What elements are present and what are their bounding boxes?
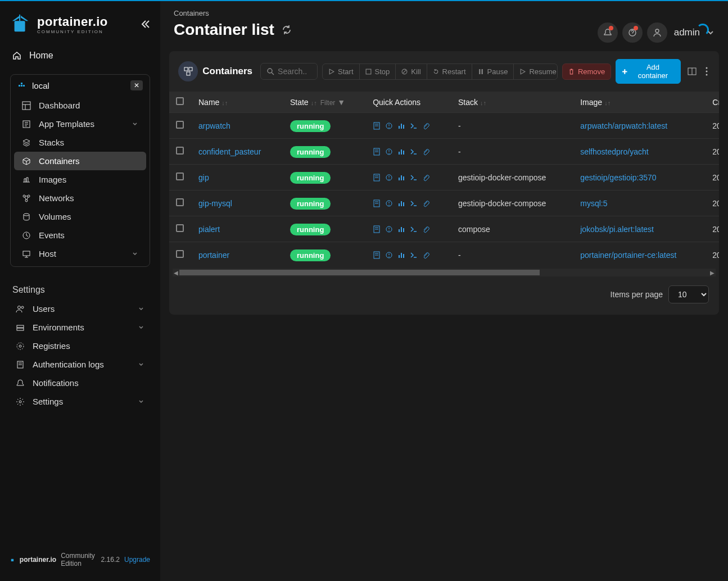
search-box[interactable]: [260, 63, 318, 80]
container-name-link[interactable]: arpwatch: [198, 121, 230, 130]
footer-edition: Community Edition: [61, 552, 96, 568]
attach-icon[interactable]: [422, 122, 430, 130]
columns-icon[interactable]: [685, 65, 699, 78]
upgrade-link[interactable]: Upgrade: [124, 556, 150, 564]
col-state[interactable]: State↓↑Filter▼: [283, 92, 366, 113]
exec-icon[interactable]: [410, 225, 418, 233]
stats-icon[interactable]: [397, 251, 405, 259]
attach-icon[interactable]: [422, 225, 430, 233]
settings-item-settings[interactable]: Settings: [8, 392, 152, 411]
stats-icon[interactable]: [397, 225, 405, 233]
remove-button[interactable]: Remove: [562, 63, 611, 80]
image-link[interactable]: portainer/portainer-ce:latest: [580, 251, 676, 260]
svg-rect-32: [189, 67, 192, 71]
notifications-icon[interactable]: [598, 22, 618, 43]
image-link[interactable]: mysql:5: [580, 199, 607, 208]
inspect-icon[interactable]: [385, 122, 393, 130]
col-created[interactable]: Created↓↑: [706, 92, 719, 113]
nav-home[interactable]: Home: [0, 45, 160, 66]
logs-icon[interactable]: [373, 225, 381, 233]
logs-icon[interactable]: [373, 148, 381, 156]
image-link[interactable]: selfhostedpro/yacht: [580, 147, 648, 156]
horizontal-scrollbar[interactable]: ◀ ▶: [173, 269, 716, 276]
col-image[interactable]: Image↓↑: [573, 92, 706, 113]
settings-item-notifications[interactable]: Notifications: [8, 374, 152, 392]
logs-icon[interactable]: [373, 199, 381, 207]
start-button[interactable]: Start: [323, 64, 359, 79]
inspect-icon[interactable]: [385, 174, 393, 181]
sidebar-item-volumes[interactable]: Volumes: [14, 207, 146, 226]
sidebar-collapse-icon[interactable]: [139, 19, 150, 30]
user-menu-chevron-icon[interactable]: [707, 29, 715, 37]
sidebar-item-images[interactable]: Images: [14, 170, 146, 189]
select-all-checkbox[interactable]: [176, 97, 184, 105]
inspect-icon[interactable]: [385, 199, 393, 207]
settings-item-registries[interactable]: Registries: [8, 337, 152, 355]
stats-icon[interactable]: [397, 148, 405, 156]
col-name[interactable]: Name↓↑: [192, 92, 283, 113]
sidebar-item-networks[interactable]: Networks: [14, 189, 146, 207]
refresh-icon[interactable]: [281, 24, 292, 35]
image-link[interactable]: gestioip/gestioip:3570: [580, 173, 656, 182]
container-name-link[interactable]: confident_pasteur: [198, 147, 261, 156]
user-avatar-icon[interactable]: [647, 22, 667, 43]
items-per-page-select[interactable]: 10: [668, 285, 709, 303]
sidebar-item-containers[interactable]: Containers: [14, 152, 146, 170]
container-name-link[interactable]: gip: [198, 173, 209, 182]
pause-button[interactable]: Pause: [472, 64, 514, 79]
attach-icon[interactable]: [422, 174, 430, 181]
settings-item-environments[interactable]: Environments: [8, 318, 152, 337]
kill-button[interactable]: Kill: [396, 64, 427, 79]
exec-icon[interactable]: [410, 251, 418, 259]
exec-icon[interactable]: [410, 148, 418, 156]
more-icon[interactable]: [703, 65, 710, 78]
user-name[interactable]: admin: [674, 27, 700, 38]
stats-icon[interactable]: [397, 122, 405, 130]
breadcrumb[interactable]: Containers: [174, 9, 715, 17]
row-checkbox[interactable]: [176, 121, 184, 129]
row-checkbox[interactable]: [176, 250, 184, 258]
attach-icon[interactable]: [422, 148, 430, 156]
row-checkbox[interactable]: [176, 147, 184, 155]
table-scroll[interactable]: Name↓↑ State↓↑Filter▼ Quick Actions Stac…: [169, 92, 719, 267]
image-link[interactable]: jokobsk/pi.alert:latest: [580, 225, 654, 234]
environment-header[interactable]: local ✕: [11, 75, 150, 96]
restart-button[interactable]: Restart: [427, 64, 472, 79]
logs-icon[interactable]: [373, 174, 381, 181]
exec-icon[interactable]: [410, 199, 418, 207]
logs-icon[interactable]: [373, 122, 381, 130]
resume-button[interactable]: Resume: [514, 64, 558, 79]
image-link[interactable]: arpwatch/arpwatch:latest: [580, 121, 667, 130]
sidebar-item-host[interactable]: Host: [14, 244, 146, 263]
stats-icon[interactable]: [397, 199, 405, 207]
row-checkbox[interactable]: [176, 224, 184, 232]
page-title: Container list: [174, 21, 274, 39]
stop-button[interactable]: Stop: [360, 64, 396, 79]
inspect-icon[interactable]: [385, 225, 393, 233]
container-name-link[interactable]: portainer: [198, 251, 229, 260]
environment-close-icon[interactable]: ✕: [130, 80, 143, 90]
add-container-button[interactable]: Add container: [616, 59, 681, 84]
inspect-icon[interactable]: [385, 251, 393, 259]
container-name-link[interactable]: gip-mysql: [198, 199, 232, 208]
inspect-icon[interactable]: [385, 148, 393, 156]
help-icon[interactable]: [622, 22, 643, 43]
settings-item-authentication-logs[interactable]: Authentication logs: [8, 355, 152, 374]
row-checkbox[interactable]: [176, 198, 184, 206]
settings-item-users[interactable]: Users: [8, 299, 152, 318]
sidebar-item-stacks[interactable]: Stacks: [14, 133, 146, 152]
exec-icon[interactable]: [410, 122, 418, 130]
exec-icon[interactable]: [410, 174, 418, 181]
stats-icon[interactable]: [397, 174, 405, 181]
sidebar-item-events[interactable]: Events: [14, 226, 146, 244]
row-checkbox[interactable]: [176, 173, 184, 180]
col-stack[interactable]: Stack↓↑: [451, 92, 573, 113]
sidebar-item-app-templates[interactable]: App Templates: [14, 115, 146, 133]
container-name-link[interactable]: pialert: [198, 225, 220, 234]
attach-icon[interactable]: [422, 199, 430, 207]
filter-icon[interactable]: ▼: [337, 98, 345, 107]
logs-icon[interactable]: [373, 251, 381, 259]
sidebar-item-dashboard[interactable]: Dashboard: [14, 96, 146, 115]
attach-icon[interactable]: [422, 251, 430, 259]
search-input[interactable]: [278, 67, 311, 76]
